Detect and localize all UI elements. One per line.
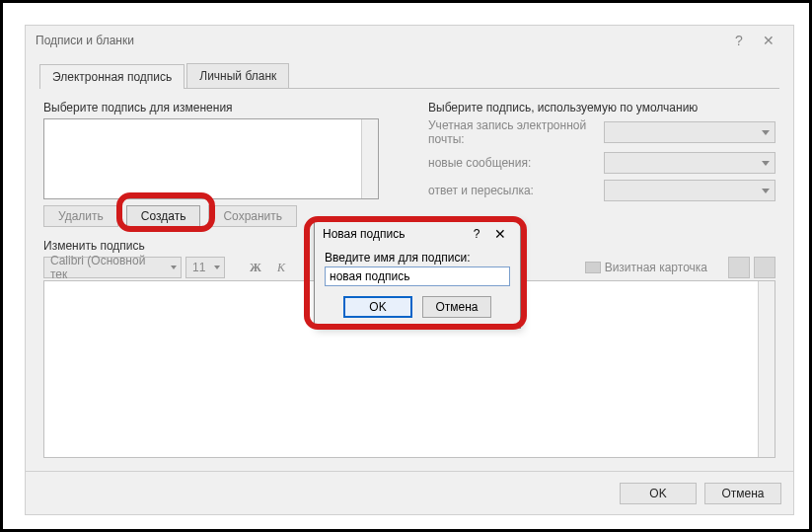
bold-button[interactable]: Ж [245,257,266,278]
account-combo[interactable] [604,121,775,143]
close-icon[interactable]: ✕ [754,33,783,48]
tabs: Электронная подпись Личный бланк [39,63,779,89]
dialog-footer: OK Отмена [26,471,793,514]
save-button[interactable]: Сохранить [208,205,297,227]
dialog-titlebar: Новая подпись ? ✕ [315,221,520,247]
select-signature-label: Выберите подпись для изменения [43,101,399,114]
signature-name-prompt: Введите имя для подписи: [325,251,510,265]
dialog-close-icon[interactable]: ✕ [488,226,512,242]
cancel-button[interactable]: Отмена [704,483,781,504]
delete-button[interactable]: Удалить [43,205,118,227]
business-card-button[interactable]: Визитная карточка [578,257,724,278]
ok-button[interactable]: OK [620,483,697,504]
new-messages-label: новые сообщения: [428,156,596,170]
tab-personal-form[interactable]: Личный бланк [186,63,289,88]
dialog-cancel-button[interactable]: Отмена [422,296,491,318]
account-label: Учетная запись электронной почты: [428,118,596,146]
dialog-help-icon[interactable]: ? [465,227,488,241]
link-icon[interactable] [754,257,775,278]
help-icon[interactable]: ? [724,33,754,48]
font-size-combo[interactable]: 11 [185,257,225,278]
signature-name-input[interactable] [325,266,510,286]
new-messages-combo[interactable] [604,152,775,174]
dialog-title: Новая подпись [323,227,465,241]
dialog-ok-button[interactable]: OK [343,296,412,318]
window-title: Подписи и бланки [36,34,724,47]
italic-button[interactable]: К [270,257,292,278]
new-signature-dialog: Новая подпись ? ✕ Введите имя для подпис… [314,220,521,329]
font-combo[interactable]: Calibri (Основной тек [43,257,182,278]
titlebar: Подписи и бланки ? ✕ [26,26,793,55]
reply-forward-combo[interactable] [604,180,775,201]
signature-listbox[interactable] [43,118,379,199]
create-button[interactable]: Создать [126,205,201,227]
default-signature-label: Выберите подпись, используемую по умолча… [428,101,775,114]
reply-forward-label: ответ и пересылка: [428,184,596,197]
image-icon[interactable] [728,257,750,278]
tab-electronic-signature[interactable]: Электронная подпись [39,64,185,89]
